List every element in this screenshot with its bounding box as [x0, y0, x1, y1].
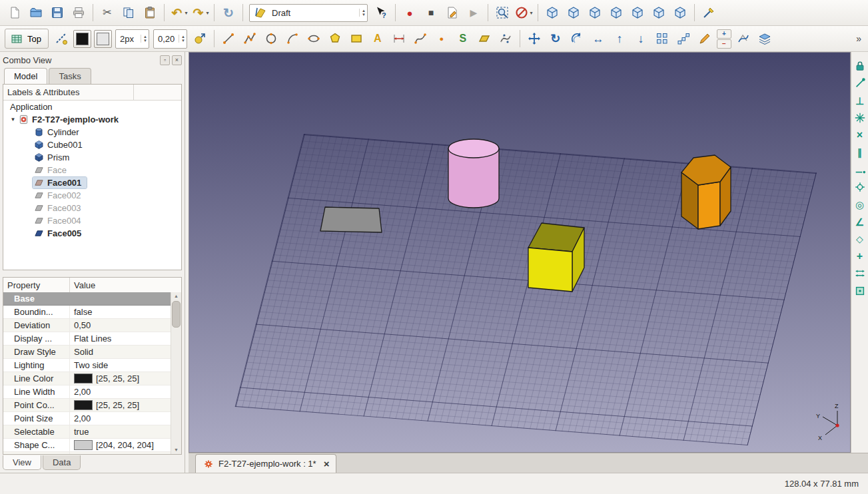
property-value[interactable]: Solid — [70, 347, 171, 357]
undo-button-dropdown[interactable]: ▾ — [185, 10, 187, 16]
property-value[interactable]: true — [70, 427, 171, 437]
refresh-button[interactable]: ↻ — [218, 3, 238, 23]
draft-circle-button[interactable] — [261, 29, 281, 49]
print-button[interactable] — [69, 3, 89, 23]
property-row[interactable]: Display ...Flat Lines — [3, 332, 171, 346]
draft-trim-button[interactable]: ↔ — [588, 29, 608, 49]
tree-root-application[interactable]: Application — [3, 101, 181, 113]
autogroup-button[interactable] — [190, 29, 210, 49]
draft-facebinder-button[interactable] — [474, 29, 494, 49]
cut-button[interactable]: ✂ — [97, 3, 117, 23]
shape-color-swatch[interactable] — [94, 30, 112, 48]
property-group-header[interactable]: Base — [3, 292, 171, 306]
draft-rotate-button[interactable]: ↻ — [546, 29, 566, 49]
snap-lock-button[interactable] — [852, 58, 868, 74]
save-button[interactable] — [47, 3, 67, 23]
open-file-button[interactable] — [26, 3, 46, 23]
property-row[interactable]: T... — [3, 452, 171, 454]
snap-near-button[interactable] — [852, 179, 868, 195]
tree-item-face001[interactable]: Face001 — [3, 176, 181, 189]
draft-polygon-button[interactable] — [325, 29, 345, 49]
tab-tasks[interactable]: Tasks — [49, 68, 91, 84]
zoom-fit-button[interactable] — [492, 3, 512, 23]
view-isometric-button[interactable] — [542, 3, 562, 23]
property-value[interactable]: [25, 25, 25] — [70, 400, 171, 410]
snap-endpoint-button[interactable] — [852, 75, 868, 91]
view-rear-button[interactable] — [628, 3, 648, 23]
draft-edit-button[interactable] — [695, 29, 715, 49]
workbench-selector[interactable]: Draft▲▼ — [249, 4, 368, 22]
macro-stop-button[interactable]: ■ — [421, 3, 441, 23]
property-row[interactable]: LightingTwo side — [3, 359, 171, 372]
property-row[interactable]: Shape C...[204, 204, 204] — [3, 439, 171, 452]
property-value[interactable]: 0,50 — [70, 320, 171, 330]
snap-ortho-button[interactable]: + — [852, 248, 868, 264]
draft-text-button[interactable]: A — [368, 29, 388, 49]
draft-layers-button[interactable] — [755, 29, 775, 49]
draft-offset-button[interactable] — [567, 29, 587, 49]
tab-model[interactable]: Model — [4, 68, 47, 84]
tree-item-cylinder[interactable]: Cylinder — [3, 126, 181, 138]
draft-point-button[interactable]: ● — [432, 29, 452, 49]
property-value[interactable]: Two side — [70, 360, 171, 370]
snap-extension-button[interactable] — [852, 162, 868, 178]
draft-move-button[interactable] — [524, 29, 544, 49]
line-color-swatch[interactable] — [73, 30, 91, 48]
draft-line-button[interactable] — [218, 29, 238, 49]
scroll-down-icon[interactable]: ▼ — [174, 446, 179, 454]
snap-intersection-button[interactable]: × — [852, 127, 868, 143]
property-value[interactable]: false — [70, 307, 171, 317]
line-width-spin-arrows[interactable]: ▲▼ — [141, 35, 147, 43]
cube-object[interactable] — [528, 248, 572, 292]
tree-item-cube001[interactable]: Cube001 — [3, 138, 181, 151]
cylinder-object-top[interactable] — [448, 139, 499, 158]
new-file-button[interactable] — [5, 3, 25, 23]
property-value[interactable]: 2,00 — [70, 413, 171, 423]
snap-perpendicular-button[interactable]: ⊥ — [852, 93, 868, 109]
draw-style-button[interactable]: ▾ — [514, 3, 534, 23]
snap-dimensions-button[interactable] — [852, 266, 868, 282]
toolbar-overflow-chevron[interactable]: » — [856, 33, 864, 44]
draft-array-button[interactable] — [652, 29, 672, 49]
view-left-button[interactable] — [670, 3, 690, 23]
draft-wire-to-bspline-button[interactable] — [733, 29, 753, 49]
tree-item-face[interactable]: Face — [3, 164, 181, 176]
view-right-button[interactable] — [606, 3, 626, 23]
paste-button[interactable] — [140, 3, 160, 23]
property-row[interactable]: Line Width2,00 — [3, 385, 171, 399]
workbench-selector-arrows[interactable]: ▲▼ — [359, 9, 366, 17]
copy-button[interactable] — [119, 3, 139, 23]
working-plane-button[interactable]: Top — [5, 29, 49, 49]
tree-item-face005[interactable]: Face005 — [3, 227, 181, 240]
tree-item-prism[interactable]: Prism — [3, 151, 181, 164]
macro-record-button[interactable]: ● — [400, 3, 420, 23]
draft-polyline-button[interactable] — [240, 29, 260, 49]
view-bottom-button[interactable] — [649, 3, 669, 23]
property-row[interactable]: Point Size2,00 — [3, 412, 171, 425]
tab-view[interactable]: View — [3, 455, 41, 470]
redo-button[interactable]: ↷▾ — [190, 3, 210, 23]
property-row[interactable]: Boundin...false — [3, 306, 171, 319]
macro-play-button[interactable]: ▶ — [464, 3, 484, 23]
panel-splitter[interactable] — [3, 270, 182, 277]
panel-close-button[interactable]: × — [172, 55, 182, 65]
draw-style-button-dropdown[interactable]: ▾ — [530, 10, 532, 16]
font-size-spin-arrows[interactable]: ▲▼ — [179, 35, 185, 43]
draft-dimension-button[interactable] — [389, 29, 409, 49]
whats-this-button[interactable]: ? — [371, 3, 391, 23]
property-row[interactable]: Point Co...[25, 25, 25] — [3, 399, 171, 412]
measure-distance-button[interactable] — [699, 3, 719, 23]
redo-button-dropdown[interactable]: ▾ — [206, 10, 209, 16]
tree-item-face002[interactable]: Face002 — [3, 189, 181, 202]
draft-shapestring-button[interactable]: S — [453, 29, 473, 49]
property-scrollbar[interactable]: ▲ ▼ — [171, 292, 181, 454]
scrollbar-thumb[interactable] — [172, 301, 181, 328]
draft-rectangle-button[interactable] — [346, 29, 366, 49]
tree-item-face004[interactable]: Face004 — [3, 214, 181, 227]
property-value[interactable]: [25, 25, 25] — [70, 373, 171, 383]
undo-button[interactable]: ↶▾ — [169, 3, 189, 23]
draft-ellipse-button[interactable] — [304, 29, 324, 49]
snap-center-button[interactable]: ◎ — [852, 196, 868, 212]
property-row[interactable]: Deviation0,50 — [3, 319, 171, 332]
scroll-up-icon[interactable]: ▲ — [174, 292, 179, 300]
